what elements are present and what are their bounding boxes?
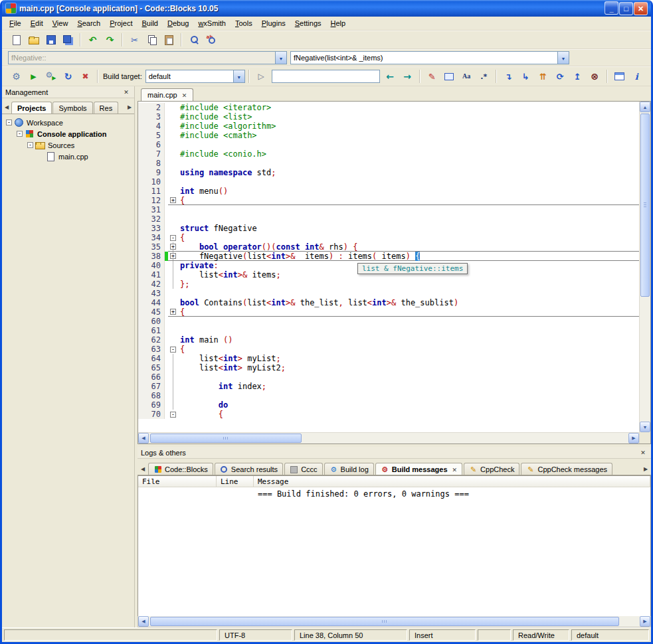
symbol-scope-combo[interactable]: fNegative:: (8, 51, 287, 64)
menu-item-search[interactable]: Search (72, 18, 105, 29)
scroll-right-icon[interactable] (640, 616, 650, 627)
log-tab-build-messages[interactable]: Build messages (375, 463, 462, 475)
tab-scroll-left-icon[interactable] (3, 102, 11, 112)
regex-button[interactable] (476, 68, 492, 84)
fold-expand-icon[interactable]: + (170, 197, 176, 203)
search-back-button[interactable] (382, 68, 399, 84)
menu-item-edit[interactable]: Edit (26, 18, 48, 29)
menu-item-debug[interactable]: Debug (163, 18, 193, 29)
log-tab-build-log[interactable]: Build log (324, 463, 374, 475)
log-row[interactable]: === Build finished: 0 errors, 0 warnings… (138, 487, 650, 499)
scope-up-button[interactable] (569, 68, 586, 84)
editor-tab-main-cpp[interactable]: main.cpp (141, 88, 193, 101)
replace-button[interactable] (203, 32, 219, 48)
goto-declaration-button[interactable] (500, 68, 517, 84)
build-target-combo[interactable]: default (145, 70, 245, 83)
cut-button[interactable] (126, 32, 143, 48)
log-tab-cccc[interactable]: Cccc (284, 463, 322, 475)
copy-button[interactable] (143, 32, 160, 48)
log-column-line[interactable]: Line (217, 476, 254, 487)
logs-horizontal-scrollbar[interactable] (138, 616, 651, 627)
fold-collapse-icon[interactable]: - (170, 235, 176, 241)
editor-vertical-scrollbar[interactable] (639, 102, 650, 443)
paste-button[interactable] (161, 32, 177, 48)
fold-expand-icon[interactable]: + (170, 309, 176, 315)
menu-item-settings[interactable]: Settings (290, 18, 326, 29)
maximize-button[interactable]: □ (619, 2, 633, 15)
bookmark-button[interactable] (441, 68, 458, 84)
tree-item-main-cpp[interactable]: main.cpp (3, 151, 133, 162)
scrollbar-track[interactable] (149, 433, 628, 443)
close-tab-icon[interactable] (452, 465, 458, 473)
scroll-left-icon[interactable] (138, 433, 149, 443)
scrollbar-thumb[interactable] (640, 114, 650, 297)
fold-collapse-icon[interactable]: - (170, 347, 176, 353)
scrollbar-thumb[interactable] (150, 617, 619, 626)
scroll-left-icon[interactable] (138, 616, 149, 627)
info-button[interactable] (628, 68, 645, 84)
scroll-right-icon[interactable] (628, 433, 639, 443)
tab-scroll-right-icon[interactable] (126, 102, 134, 112)
close-panel-icon[interactable] (122, 88, 131, 97)
log-tab-cppcheck-messages[interactable]: CppCheck messages (521, 463, 612, 475)
log-tab-search-results[interactable]: Search results (215, 463, 283, 475)
build-and-run-button[interactable] (43, 68, 59, 84)
redo-button[interactable] (102, 32, 118, 48)
code-area[interactable]: 2#include <iterator>3#include <list>4#in… (138, 102, 639, 443)
save-button[interactable] (43, 32, 59, 48)
tree-expander-icon[interactable]: - (27, 142, 33, 148)
management-tab-projects[interactable]: Projects (11, 102, 52, 114)
menu-item-tools[interactable]: Tools (231, 18, 257, 29)
menu-item-help[interactable]: Help (326, 18, 351, 29)
management-tab-symbols[interactable]: Symbols (52, 102, 92, 114)
menu-item-project[interactable]: Project (105, 18, 137, 29)
new-file-button[interactable] (8, 32, 25, 48)
rebuild-button[interactable] (60, 68, 76, 84)
log-column-message[interactable]: Message (254, 476, 650, 487)
run-button[interactable] (25, 68, 42, 84)
menu-item-file[interactable]: File (5, 18, 26, 29)
combo-dropdown-button[interactable] (275, 52, 286, 64)
scrollbar-track[interactable] (640, 112, 650, 422)
tree-expander-icon[interactable]: - (6, 120, 12, 125)
stop-button[interactable] (587, 68, 603, 84)
abort-build-button[interactable] (77, 68, 94, 84)
undo-button[interactable] (84, 32, 101, 48)
find-button[interactable] (185, 32, 202, 48)
menu-item-plugins[interactable]: Plugins (257, 18, 290, 29)
search-forward-button[interactable] (399, 68, 416, 84)
tree-item-workspace[interactable]: -Workspace (3, 117, 133, 128)
fold-expand-icon[interactable]: + (170, 253, 176, 259)
refresh-symbols-button[interactable] (552, 68, 569, 84)
tab-scroll-left-icon[interactable] (139, 466, 147, 472)
goto-implementation-button[interactable] (517, 68, 534, 84)
combo-dropdown-button[interactable] (233, 70, 244, 82)
build-button[interactable] (8, 68, 25, 84)
menu-item-view[interactable]: View (48, 18, 73, 29)
scroll-up-icon[interactable] (640, 102, 650, 112)
highlight-button[interactable] (424, 68, 440, 84)
run-to-cursor-button[interactable] (253, 68, 270, 84)
open-file-button[interactable] (25, 32, 42, 48)
close-panel-icon[interactable] (638, 448, 648, 457)
editor-horizontal-scrollbar[interactable] (138, 432, 639, 443)
tab-scroll-right-icon[interactable] (642, 466, 650, 472)
close-button[interactable]: ✕ (634, 2, 648, 15)
active-function-combo[interactable]: fNegative(list<int>& _items) (290, 51, 569, 64)
menu-item-build[interactable]: Build (138, 18, 163, 29)
editor-window-button[interactable] (611, 68, 628, 84)
title-bar[interactable]: main.cpp [Console application] - Code::B… (2, 0, 651, 17)
combo-dropdown-button[interactable] (557, 52, 569, 64)
log-tab-cppcheck[interactable]: CppCheck (464, 463, 519, 475)
close-tab-icon[interactable] (182, 91, 187, 99)
match-case-button[interactable] (458, 68, 475, 84)
scroll-down-icon[interactable] (640, 422, 650, 432)
minimize-button[interactable]: _ (605, 1, 618, 15)
log-tab-code-blocks[interactable]: Code::Blocks (148, 463, 213, 475)
tree-item-console-application[interactable]: -Console application (3, 128, 133, 139)
tree-expander-icon[interactable]: - (17, 131, 23, 137)
save-all-button[interactable] (60, 32, 76, 48)
fold-collapse-icon[interactable]: - (170, 412, 176, 418)
scrollbar-thumb[interactable] (150, 434, 302, 443)
goto-function-button[interactable] (535, 68, 551, 84)
